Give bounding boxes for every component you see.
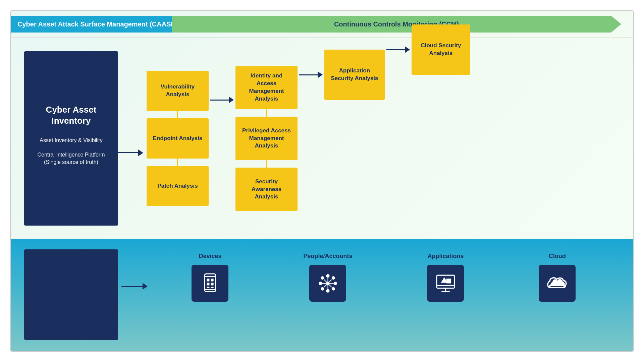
people-icon-box <box>309 265 346 302</box>
bottom-icons-area: Devices <box>148 249 633 302</box>
v-conn-2b <box>266 160 267 168</box>
svg-rect-3 <box>207 279 209 281</box>
app-security-box: Application Security Analysis <box>324 50 385 100</box>
svg-line-23 <box>328 283 331 287</box>
devices-icon-box <box>192 265 228 302</box>
cloud-security-box: Cloud Security Analysis <box>412 24 470 75</box>
vulnerability-analysis-box: Vulnerability Analysis <box>147 71 209 111</box>
people-icon <box>317 273 339 294</box>
bottom-arrow <box>121 283 148 290</box>
people-group: People/Accounts <box>303 253 352 302</box>
ccm-arrow: Continuous Controls Monitoring (CCM) <box>172 16 621 33</box>
svg-rect-32 <box>446 279 451 283</box>
svg-line-22 <box>324 280 328 283</box>
svg-point-11 <box>326 289 329 292</box>
inventory-box: Cyber Asset Inventory Asset Inventory & … <box>24 51 118 226</box>
svg-rect-8 <box>211 287 214 288</box>
svg-point-10 <box>326 274 329 278</box>
col2-stack: Identity and Access Management Analysis … <box>235 66 298 211</box>
v-conn-2a <box>266 109 267 117</box>
svg-point-12 <box>319 282 322 285</box>
caasm-arrow: Cyber Asset Attack Surface Management (C… <box>11 16 199 33</box>
inventory-title: Cyber Asset Inventory <box>31 104 111 127</box>
svg-point-14 <box>321 276 324 280</box>
cloud-icon-box <box>539 265 576 302</box>
cloud-label: Cloud <box>549 253 566 260</box>
svg-line-25 <box>324 283 328 287</box>
patch-analysis-box: Patch Analysis <box>147 166 209 206</box>
arrow-line-1 <box>210 100 229 101</box>
devices-icon <box>199 273 221 294</box>
svg-rect-4 <box>211 279 214 281</box>
applications-icon <box>435 273 457 294</box>
bottom-section: Devices <box>11 239 633 352</box>
applications-label: Applications <box>427 253 464 260</box>
arrow-col2-col3 <box>299 71 323 78</box>
svg-line-24 <box>328 280 331 283</box>
svg-rect-6 <box>211 283 214 285</box>
bottom-arrow-line <box>122 286 143 287</box>
arrow-line-3 <box>386 49 405 50</box>
entry-arrow-head <box>138 149 143 156</box>
people-label: People/Accounts <box>303 253 352 260</box>
arrow-head-2 <box>318 71 323 78</box>
pam-analysis-box: Privileged Access Management Analysis <box>235 117 298 160</box>
arrow-col1-col2 <box>210 97 234 103</box>
main-content: Cyber Asset Inventory Asset Inventory & … <box>11 38 633 239</box>
col1-stack: Vulnerability Analysis Endpoint Analysis… <box>147 71 209 206</box>
svg-point-16 <box>332 276 335 280</box>
iam-analysis-box: Identity and Access Management Analysis <box>235 66 298 109</box>
svg-rect-7 <box>207 287 209 288</box>
top-banner: Cyber Asset Attack Surface Management (C… <box>11 11 633 38</box>
inventory-sub1: Asset Inventory & Visibility <box>40 137 102 144</box>
arrow-head-3 <box>405 46 410 53</box>
entry-arrow-line <box>118 152 138 153</box>
applications-group: Applications <box>427 253 464 302</box>
col3-stack: Application Security Analysis <box>324 50 385 100</box>
v-conn-1a <box>177 111 178 118</box>
applications-icon-box <box>427 265 464 302</box>
inventory-sub2: Central Intelligence Platform (Single so… <box>31 151 111 166</box>
svg-rect-5 <box>207 283 209 285</box>
arrow-line-2 <box>299 74 318 75</box>
entry-arrow <box>118 149 143 156</box>
svg-point-17 <box>321 287 324 290</box>
devices-group: Devices <box>192 253 228 302</box>
bottom-inventory-box <box>24 249 118 340</box>
cloud-group: Cloud <box>539 253 576 302</box>
endpoint-analysis-box: Endpoint Analysis <box>147 118 209 159</box>
devices-label: Devices <box>199 253 221 260</box>
col4-stack: Cloud Security Analysis <box>412 24 470 75</box>
arrow-col3-col4 <box>386 46 410 53</box>
main-container: Cyber Asset Attack Surface Management (C… <box>10 10 634 352</box>
security-awareness-box: Security Awareness Analysis <box>235 168 298 211</box>
bottom-arrow-head <box>143 283 148 290</box>
arrow-head-1 <box>229 97 234 103</box>
caasm-label: Cyber Asset Attack Surface Management (C… <box>17 20 179 28</box>
v-conn-1b <box>177 159 178 166</box>
cloud-icon <box>546 273 568 294</box>
svg-point-13 <box>334 282 337 285</box>
svg-point-15 <box>332 287 335 290</box>
